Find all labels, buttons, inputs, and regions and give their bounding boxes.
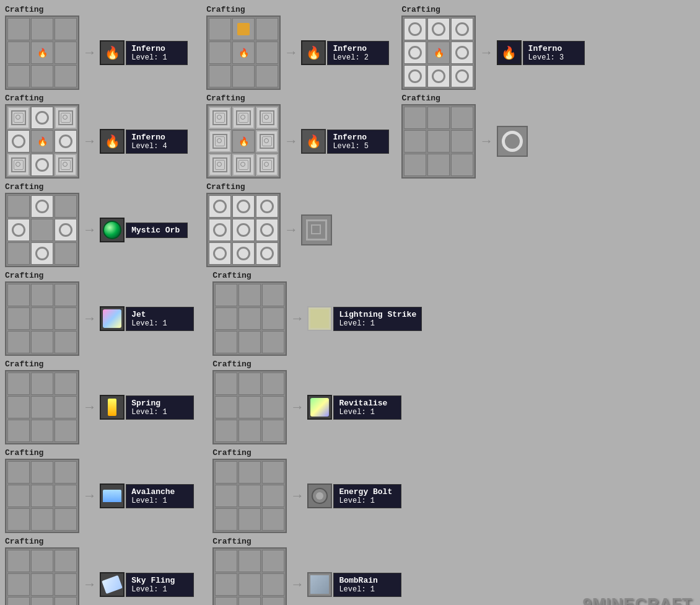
grid-cell	[262, 284, 284, 306]
result-inferno5: 🔥 Inferno Level: 5	[301, 129, 389, 154]
result-inferno3: 🔥 Inferno Level: 3	[497, 40, 585, 65]
grid-cell	[7, 331, 30, 353]
result-icon-avalanche	[100, 484, 125, 508]
grid-cell	[232, 65, 255, 87]
crafting-grid-inferno5: 🔥	[206, 104, 281, 179]
grid-cell: 🔥	[31, 130, 53, 152]
arrow-icon: →	[293, 400, 301, 415]
grid-cell	[55, 461, 77, 484]
grid-cell	[427, 18, 450, 40]
grid-cell	[215, 573, 237, 596]
crafting-grid-energybolt	[212, 459, 287, 533]
grid-cell	[256, 18, 278, 40]
grid-cell	[31, 107, 53, 129]
result-label-inferno3: Inferno Level: 3	[523, 41, 585, 65]
grid-cell	[7, 550, 30, 572]
grid-cell	[215, 550, 237, 572]
result-icon-inferno1: 🔥	[100, 40, 125, 65]
result-icon-inferno2: 🔥	[301, 40, 326, 65]
grid-cell	[209, 65, 231, 87]
grid-cell	[55, 130, 77, 152]
grid-cell	[31, 396, 53, 418]
recipe-inferno-1: Crafting 🔥 → 🔥 Inferno	[5, 5, 188, 90]
result-spring: Spring Level: 1	[100, 395, 194, 420]
result-icon-revitalise	[307, 395, 332, 420]
grid-cell	[404, 154, 426, 176]
grid-cell	[31, 18, 53, 40]
crafting-grid-lightning	[212, 281, 287, 356]
grid-cell	[55, 508, 77, 531]
grid-cell	[256, 242, 278, 265]
grid-cell	[238, 550, 261, 572]
crafting-label-inferno5: Crafting	[206, 94, 389, 103]
recipe-mystic-orb: Crafting →	[5, 182, 188, 267]
result-revitalise: Revitalise Level: 1	[307, 395, 401, 420]
grid-cell	[215, 485, 237, 507]
grid-cell	[7, 107, 30, 129]
grid-cell	[404, 42, 426, 64]
grid-cell	[262, 396, 284, 418]
recipe-inferno-2: Crafting 🔥 → 🔥 Inferno	[206, 5, 389, 90]
crafting-grid-inferno3: 🔥	[401, 15, 476, 90]
grid-cell	[404, 65, 426, 87]
recipe-bombrain: Crafting →	[212, 537, 401, 605]
crafting-grid-ring	[401, 104, 476, 179]
grid-cell	[7, 242, 30, 265]
grid-cell	[209, 219, 231, 241]
grid-cell	[7, 461, 30, 484]
grid-cell	[256, 195, 278, 218]
arrow-icon: →	[293, 488, 301, 504]
result-energybolt: Energy Bolt Level: 1	[307, 484, 401, 508]
result-ring	[497, 126, 528, 157]
recipe-skyfling: Crafting →	[5, 537, 194, 605]
crafting-label-ring: Crafting	[401, 94, 527, 103]
arrow-icon: →	[85, 400, 94, 415]
result-inferno2: 🔥 Inferno Level: 2	[301, 40, 389, 65]
recipe-inferno-4: Crafting 🔥 → 🔥 Inferno	[5, 94, 188, 179]
grid-cell	[232, 242, 255, 265]
result-lightning: Lightning Strike Level: 1	[307, 306, 422, 331]
recipe-revitalise: Crafting →	[212, 360, 401, 444]
grid-cell	[262, 550, 284, 572]
result-scroll	[301, 214, 332, 245]
grid-cell	[7, 130, 30, 152]
result-orb: Mystic Orb	[100, 218, 188, 242]
crafting-label-energybolt: Crafting	[212, 448, 401, 457]
crafting-label-inferno4: Crafting	[5, 94, 188, 103]
grid-cell	[256, 42, 278, 64]
crafting-label-jet: Crafting	[5, 271, 194, 280]
grid-cell	[7, 508, 30, 531]
grid-cell	[262, 573, 284, 596]
grid-cell	[209, 130, 231, 152]
result-label-spring: Spring Level: 1	[126, 395, 194, 420]
grid-cell	[31, 485, 53, 507]
grid-cell	[404, 18, 426, 40]
grid-cell	[7, 396, 30, 418]
result-icon-energybolt	[307, 484, 332, 508]
arrow-icon: →	[287, 223, 295, 238]
crafting-label-bombrain: Crafting	[212, 537, 401, 546]
arrow-icon: →	[482, 45, 490, 61]
arrow-icon: →	[293, 577, 301, 593]
crafting-grid-bombrain	[212, 547, 287, 605]
grid-cell	[55, 396, 77, 418]
grid-cell	[31, 597, 53, 605]
grid-cell	[427, 65, 450, 87]
grid-cell	[215, 373, 237, 395]
result-bombrain: BombRain Level: 1	[307, 572, 401, 597]
grid-cell	[7, 284, 30, 306]
grid-cell	[238, 331, 261, 353]
grid-cell	[7, 420, 30, 442]
grid-cell	[7, 42, 30, 64]
grid-cell	[7, 195, 30, 218]
grid-cell	[31, 65, 53, 87]
grid-cell	[262, 420, 284, 442]
grid-cell: 🔥	[232, 42, 255, 64]
arrow-icon: →	[85, 134, 94, 149]
grid-cell	[55, 42, 77, 64]
grid-cell	[238, 396, 261, 418]
crafting-grid-scroll	[206, 193, 281, 267]
grid-cell	[256, 219, 278, 241]
grid-cell	[55, 18, 77, 40]
recipe-avalanche: Crafting →	[5, 448, 194, 533]
